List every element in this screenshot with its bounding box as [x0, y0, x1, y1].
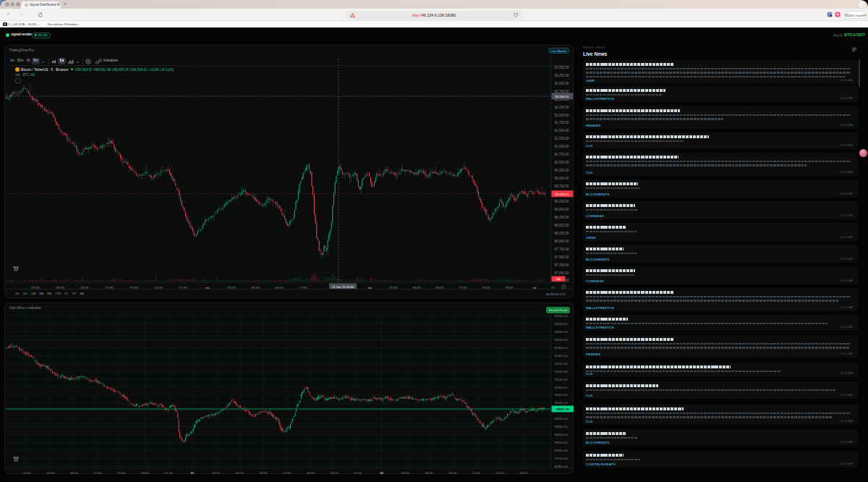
svg-text:92,750.00: 92,750.00	[555, 90, 570, 93]
svg-text:03:00: 03:00	[23, 471, 32, 475]
svg-text:92,594.35: 92,594.35	[555, 95, 569, 98]
svg-text:21:00: 21:00	[354, 471, 362, 475]
svg-text:09:00: 09:00	[260, 471, 268, 475]
svg-text:91,750.00: 91,750.00	[555, 121, 570, 124]
svg-text:06:00: 06:00	[46, 471, 55, 475]
svg-text:21: 21	[191, 471, 195, 475]
svg-text:12:00: 12:00	[472, 471, 481, 475]
svg-text:92000.00: 92000.00	[555, 362, 569, 365]
svg-text:06:00: 06:00	[236, 471, 244, 475]
svg-text:22: 22	[380, 471, 383, 475]
svg-text:88,250.00: 88,250.00	[555, 232, 570, 235]
svg-text:88,000.00: 88,000.00	[555, 240, 570, 243]
svg-text:86800.00: 86800.00	[555, 465, 569, 468]
svg-text:12:00: 12:00	[283, 471, 292, 475]
svg-text:91600.00: 91600.00	[555, 370, 569, 373]
svg-text:88,500.00: 88,500.00	[555, 224, 570, 227]
svg-text:26K: 26K	[556, 277, 561, 281]
svg-text:88400.00: 88400.00	[555, 433, 569, 436]
svg-text:90,000.00: 90,000.00	[555, 177, 570, 180]
svg-text:90,750.00: 90,750.00	[555, 153, 570, 156]
svg-text:91,000.00: 91,000.00	[555, 145, 570, 148]
svg-text:92400.00: 92400.00	[555, 354, 569, 358]
svg-text:18:00: 18:00	[141, 471, 150, 475]
svg-text:09:00: 09:00	[448, 471, 457, 475]
svg-text:03:00: 03:00	[401, 471, 410, 475]
svg-text:89,504.01: 89,504.01	[555, 193, 569, 196]
svg-text:90,500.00: 90,500.00	[555, 161, 570, 164]
svg-text:18:00: 18:00	[519, 471, 528, 475]
svg-text:94400.00: 94400.00	[555, 315, 569, 318]
svg-text:91,500.00: 91,500.00	[555, 129, 570, 132]
svg-text:93,250.00: 93,250.00	[555, 74, 570, 77]
svg-text:87,500.00: 87,500.00	[555, 255, 570, 259]
svg-text:87,750.00: 87,750.00	[555, 248, 570, 251]
svg-text:93200.00: 93200.00	[555, 338, 569, 342]
svg-text:93,000.00: 93,000.00	[555, 82, 570, 85]
svg-text:18:00: 18:00	[331, 471, 339, 475]
svg-text:87200.00: 87200.00	[555, 457, 569, 460]
svg-text:15:00: 15:00	[307, 471, 315, 475]
svg-text:90400.00: 90400.00	[555, 393, 569, 397]
svg-text:92,250.00: 92,250.00	[555, 106, 570, 109]
svg-text:91,250.00: 91,250.00	[555, 137, 570, 140]
svg-text:88,750.00: 88,750.00	[555, 216, 570, 219]
svg-text:89,750.00: 89,750.00	[555, 185, 570, 188]
svg-text:94000.00: 94000.00	[555, 322, 569, 326]
svg-text:87,250.00: 87,250.00	[555, 263, 570, 267]
svg-text:89200.00: 89200.00	[555, 417, 569, 420]
svg-text:88800.00: 88800.00	[555, 425, 569, 428]
svg-text:87,000.00: 87,000.00	[555, 271, 570, 275]
svg-text:88000.00: 88000.00	[555, 441, 569, 444]
svg-text:12:00: 12:00	[94, 471, 103, 475]
svg-text:21:00: 21:00	[165, 471, 174, 475]
svg-text:06:00: 06:00	[425, 471, 433, 475]
svg-text:91200.00: 91200.00	[555, 378, 569, 381]
svg-text:89,000.00: 89,000.00	[555, 208, 570, 211]
svg-text:93,500.00: 93,500.00	[555, 66, 570, 69]
svg-text:87600.00: 87600.00	[555, 449, 569, 452]
svg-text:93600.00: 93600.00	[555, 330, 569, 334]
svg-text:15:00: 15:00	[496, 471, 505, 475]
svg-text:90,250.00: 90,250.00	[555, 169, 570, 172]
svg-text:15:00: 15:00	[117, 471, 126, 475]
svg-text:89697.18: 89697.18	[556, 407, 569, 411]
svg-text:09:00: 09:00	[70, 471, 79, 475]
svg-text:92800.00: 92800.00	[555, 346, 569, 350]
svg-text:92,000.00: 92,000.00	[555, 114, 570, 117]
svg-text:89,250.00: 89,250.00	[555, 200, 570, 203]
svg-text:90000.00: 90000.00	[555, 401, 569, 405]
svg-text:90800.00: 90800.00	[555, 386, 569, 389]
svg-text:03:00: 03:00	[212, 471, 221, 475]
